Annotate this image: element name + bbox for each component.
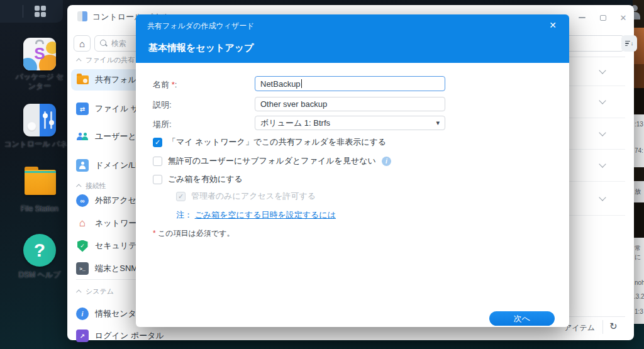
info-icon[interactable]: i: [382, 157, 391, 166]
sidebar-item-login-portal[interactable]: ↗ ログイン ポータル: [71, 326, 198, 345]
close-icon: ✕: [620, 14, 627, 22]
hide-subfolders-checkbox[interactable]: 無許可のユーザーにサブフォルダとファイルを見せない i: [153, 155, 391, 167]
chevron-down-icon[interactable]: [599, 67, 606, 74]
text-caret: [301, 79, 302, 88]
statusbar-separator: [602, 320, 603, 334]
security-shield-icon: ✓: [77, 240, 88, 252]
chevron-up-icon: [76, 58, 81, 63]
recycle-bin-schedule-link[interactable]: ごみ箱を空にする日時を設定するには: [195, 210, 336, 219]
file-station-icon[interactable]: [25, 170, 56, 195]
desktop: :13 74: 放 常に noh .3.2 1:3 S パッケージ センター コ…: [0, 0, 644, 349]
admin-only-access-checkbox: ✓ 管理者のみにアクセスを許可する: [176, 191, 316, 202]
step-title: 基本情報をセットアップ: [148, 42, 253, 54]
external-access-icon: ∞: [76, 194, 89, 207]
description-input[interactable]: Other sver backup: [255, 97, 445, 111]
chevron-up-icon: [76, 184, 81, 189]
home-icon: ⌂: [79, 38, 85, 49]
location-label: 場所:: [153, 119, 172, 130]
fragment-text: 74:: [635, 147, 643, 154]
sidebar-section-connectivity[interactable]: 接続性: [77, 181, 106, 191]
wallpaper-fragment: [634, 202, 644, 238]
enable-recycle-bin-checkbox[interactable]: ごみ箱を有効にする: [153, 174, 243, 185]
domain-ldap-icon: [76, 159, 89, 172]
fragment-text: :13: [635, 121, 643, 128]
location-select[interactable]: ボリューム 1: Btrfs ▾: [255, 116, 445, 130]
background-window-fragment: :13 74:: [634, 114, 644, 167]
taskbar-divider: [23, 5, 23, 18]
home-button[interactable]: ⌂: [74, 35, 91, 52]
fragment-text: 1:3: [635, 308, 643, 315]
maximize-button[interactable]: [597, 12, 609, 23]
recycle-bin-note: 注： ごみ箱を空にする日時を設定するには: [176, 209, 336, 221]
users-icon: [76, 130, 89, 143]
name-input[interactable]: NetBackup: [255, 76, 445, 91]
next-button[interactable]: 次へ: [489, 311, 555, 326]
required-field-note: * この項目は必須です。: [153, 228, 234, 239]
wallpaper-fragment: [634, 64, 644, 88]
desktop-icon-label[interactable]: パッケージ センター: [14, 72, 65, 91]
control-panel-icon[interactable]: [23, 104, 56, 136]
package-center-icon[interactable]: S: [23, 38, 56, 70]
wallpaper-fragment: [634, 167, 644, 181]
name-label: 名前 *:: [153, 79, 177, 91]
dialog-close-button[interactable]: ✕: [547, 19, 559, 31]
hide-in-my-network-checkbox[interactable]: ✓ 「マイ ネットワーク」でこの共有フォルダを非表示にする: [153, 136, 386, 148]
maximize-icon: [600, 15, 606, 21]
sort-button[interactable]: ↓: [621, 35, 637, 52]
network-icon: ⌂: [76, 217, 89, 230]
fragment-text: .3.2: [634, 293, 644, 300]
dropdown-arrow-icon: ▾: [436, 119, 440, 127]
control-panel-app-icon: [77, 11, 87, 21]
close-button[interactable]: ✕: [617, 12, 630, 23]
taskbar: [0, 0, 63, 23]
package-center-glyph: S: [23, 44, 56, 64]
chevron-down-icon[interactable]: [599, 160, 606, 167]
dialog-header: 共有フォルダの作成ウィザード ✕ 基本情報をセットアップ: [136, 14, 569, 63]
fragment-text: noh: [635, 279, 644, 286]
search-icon: [100, 40, 108, 47]
checkbox-unchecked-icon[interactable]: [153, 175, 162, 184]
desktop-icon-label[interactable]: DSM ヘルプ: [8, 270, 71, 280]
wizard-title: 共有フォルダの作成ウィザード: [147, 21, 255, 31]
question-glyph: ?: [34, 240, 45, 261]
checkbox-checked-disabled-icon: ✓: [176, 192, 186, 201]
main-menu-icon[interactable]: [35, 6, 47, 18]
sort-icon: [625, 41, 630, 47]
login-portal-icon: ↗: [76, 330, 89, 342]
sort-arrow-icon: ↓: [631, 41, 634, 47]
sidebar-section-file-sharing[interactable]: ファイルの共有: [77, 55, 135, 65]
minimize-button[interactable]: [575, 12, 588, 23]
chevron-down-icon[interactable]: [599, 97, 606, 104]
refresh-button[interactable]: ↻: [609, 321, 618, 332]
minimize-icon: [579, 17, 586, 18]
refresh-icon: ↻: [609, 321, 618, 331]
file-services-icon: ⇄: [76, 102, 89, 115]
terminal-icon: >_: [76, 262, 89, 275]
chevron-down-icon[interactable]: [599, 194, 606, 201]
background-window-fragment: 常に noh .3.2 1:3: [634, 238, 644, 324]
background-window-fragment: 放: [634, 181, 644, 202]
search-placeholder: 検索: [111, 38, 126, 49]
dsm-help-icon[interactable]: ?: [23, 234, 56, 267]
sidebar-section-system[interactable]: システム: [77, 287, 114, 296]
description-label: 説明:: [153, 99, 172, 111]
shared-folder-wizard-dialog: 共有フォルダの作成ウィザード ✕ 基本情報をセットアップ 名前 *: NetBa…: [136, 14, 569, 327]
desktop-icon-label[interactable]: File Station: [8, 204, 71, 214]
wallpaper-fragment: [634, 88, 644, 114]
close-icon: ✕: [549, 20, 557, 30]
fragment-text: 常に: [635, 244, 644, 262]
shared-folder-icon: [77, 75, 89, 84]
checkbox-checked-icon[interactable]: ✓: [153, 138, 162, 147]
checkbox-unchecked-icon[interactable]: [153, 157, 162, 166]
info-center-icon: i: [76, 307, 89, 320]
chevron-up-icon: [76, 289, 81, 294]
required-asterisk: *: [153, 229, 156, 238]
fragment-text: 放: [635, 187, 641, 196]
chevron-down-icon[interactable]: [599, 129, 606, 136]
